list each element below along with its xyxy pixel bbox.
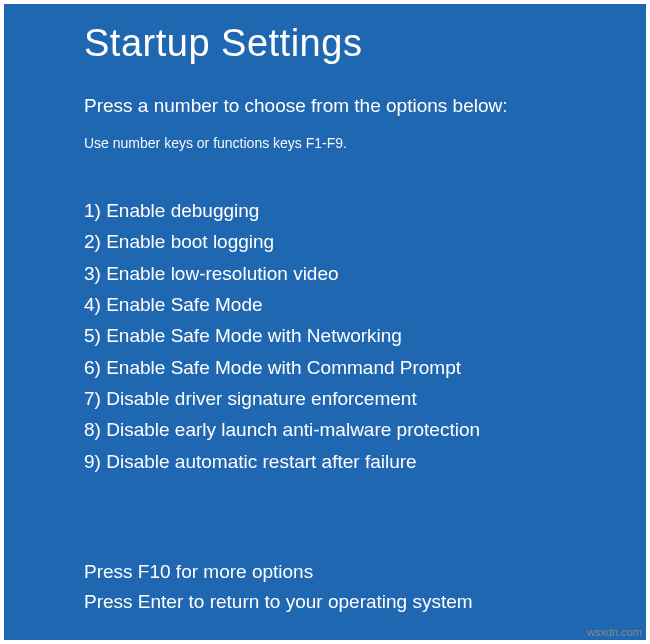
return-text: Press Enter to return to your operating … xyxy=(84,587,566,616)
instruction-text: Press a number to choose from the option… xyxy=(84,95,566,117)
page-title: Startup Settings xyxy=(84,22,566,65)
option-5[interactable]: 5) Enable Safe Mode with Networking xyxy=(84,320,566,351)
option-7[interactable]: 7) Disable driver signature enforcement xyxy=(84,383,566,414)
option-8[interactable]: 8) Disable early launch anti-malware pro… xyxy=(84,414,566,445)
more-options-text: Press F10 for more options xyxy=(84,557,566,586)
option-9[interactable]: 9) Disable automatic restart after failu… xyxy=(84,446,566,477)
option-2[interactable]: 2) Enable boot logging xyxy=(84,226,566,257)
hint-text: Use number keys or functions keys F1-F9. xyxy=(84,135,566,151)
option-4[interactable]: 4) Enable Safe Mode xyxy=(84,289,566,320)
watermark-text: wsxdn.com xyxy=(587,626,642,638)
option-6[interactable]: 6) Enable Safe Mode with Command Prompt xyxy=(84,352,566,383)
option-3[interactable]: 3) Enable low-resolution video xyxy=(84,258,566,289)
option-1[interactable]: 1) Enable debugging xyxy=(84,195,566,226)
options-list: 1) Enable debugging 2) Enable boot loggi… xyxy=(84,195,566,477)
startup-settings-screen: Startup Settings Press a number to choos… xyxy=(4,4,646,640)
